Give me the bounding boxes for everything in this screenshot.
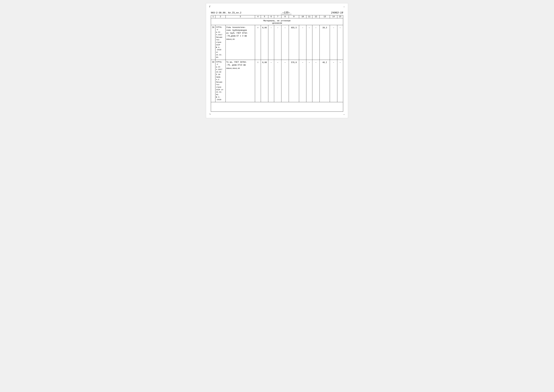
row-i8-description: Узлы технологиче– ских трубопроводов из …	[226, 25, 255, 60]
column-headers: 1 2 3 4 5 6 7 8 9 10 11 12 13 14 15	[211, 15, 343, 18]
row-i8-ref: ССРСЦ– –У р.IX п.3317 Письмо Гос– строя …	[215, 25, 226, 60]
row-i8-col7: –	[274, 25, 281, 60]
table-row: I9 ССРСЦ– –У р.IX п.3317 23–I0 § 29 прим…	[211, 60, 343, 102]
row-i9-col9: 576,8	[289, 60, 299, 102]
row-i9-description: То же, ГОСТ I0704– –76, диам.57х3 мм 690…	[226, 60, 255, 102]
page-header: 903-2-30.90. Ал.I5,кн.2 —135— 24963-18	[211, 11, 343, 14]
row-i8-col15: –	[337, 25, 343, 60]
row-i8-col11: –	[306, 25, 312, 60]
row-i8-unit: т	[255, 25, 261, 60]
corner-tr: –	[344, 6, 345, 8]
col-header-6: 6	[268, 15, 274, 18]
col-header-12: 12	[312, 15, 320, 18]
col-header-4: 4	[255, 15, 261, 18]
row-i8-col5: 0,06	[261, 25, 268, 60]
row-i9-col12: –	[312, 60, 320, 102]
col-header-13: 13	[320, 15, 330, 18]
col-header-7: 7	[274, 15, 281, 18]
section-header-row: Материалы, не учтенныеценником	[211, 18, 343, 25]
col-header-11: 11	[306, 15, 312, 18]
col-header-8: 8	[281, 15, 289, 18]
row-i9-col7: –	[274, 60, 281, 102]
row-i9-col5: 0,08	[261, 60, 268, 102]
row-i9-unit: т	[255, 60, 261, 102]
row-i8-col9: 655,5	[289, 25, 299, 60]
doc-number-right: 24963-18	[331, 11, 343, 14]
col-header-5: 5	[261, 15, 268, 18]
col-header-10: 10	[299, 15, 306, 18]
section-header: Материалы, не учтенныеценником	[211, 20, 343, 24]
row-i9-col11: –	[306, 60, 312, 102]
main-table: 1 2 3 4 5 6 7 8 9 10 11 12 13 14 15 Ма	[211, 15, 343, 112]
row-i9-col13: 46,I	[320, 60, 330, 102]
row-i8-col12: –	[312, 25, 320, 60]
col-header-9: 9	[289, 15, 299, 18]
corner-br: –	[344, 113, 345, 116]
row-i9-col15: –	[337, 60, 343, 102]
col-header-15: 15	[337, 15, 343, 18]
empty-row	[211, 102, 343, 112]
doc-number-left: 903-2-30.90. Ал.I5,кн.2	[211, 12, 241, 14]
row-i8-col10: –	[299, 25, 306, 60]
row-i9-col8: –	[281, 60, 289, 102]
document-page: Г – 903-2-30.90. Ал.I5,кн.2 —135— 24963-…	[206, 3, 348, 118]
row-i8-col6: –	[268, 25, 274, 60]
row-i8-col8: –	[281, 25, 289, 60]
col-header-2: 2	[215, 15, 226, 18]
row-i9-col6: –	[268, 60, 274, 102]
row-i9-col14: –	[330, 60, 337, 102]
row-i8-col13: 39,3	[320, 25, 330, 60]
row-i9-col10: –	[299, 60, 306, 102]
corner-bl: └	[209, 113, 210, 116]
col-header-1: 1	[211, 15, 215, 18]
row-i9-id: I9	[211, 60, 215, 102]
col-header-3: 3	[226, 15, 255, 18]
corner-tl: Г	[209, 6, 210, 8]
row-i9-ref: ССРСЦ– –У р.IX п.3317 23–I0 § 29 прим. п…	[215, 60, 226, 102]
row-i8-id: I8	[211, 25, 215, 60]
table-row: I8 ССРСЦ– –У р.IX п.3317 Письмо Гос– стр…	[211, 25, 343, 60]
page-number: —135—	[281, 11, 291, 14]
row-i8-col14: –	[330, 25, 337, 60]
col-header-14: 14	[330, 15, 337, 18]
